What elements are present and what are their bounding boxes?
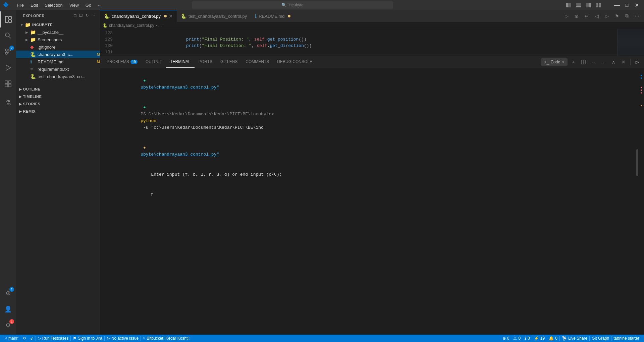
tree-item-pycache[interactable]: ▶ 📁 __pycache__ — [16, 28, 100, 36]
panel-tab-problems[interactable]: PROBLEMS 19 — [103, 56, 142, 68]
tab-readme[interactable]: ℹ README.md — [251, 10, 298, 22]
toggle-panel[interactable] — [574, 1, 583, 9]
tree-root-folder[interactable]: ▼ 📁 INCUBYTE — [16, 21, 100, 28]
status-sync[interactable]: ↻ — [21, 335, 28, 342]
menu-go[interactable]: Go — [83, 2, 94, 8]
tab-test-chandrayaan3[interactable]: 🐍 test_chandrayaan3_control.py — [177, 10, 251, 22]
tab-close-chandrayaan3[interactable]: ✕ — [169, 13, 173, 19]
timeline-section-header[interactable]: ▶ TIMELINE — [16, 93, 100, 100]
run-label: Run Testcases — [42, 336, 69, 341]
terminal-link-1[interactable]: ubyte\chandrayaan3_control.py" — [141, 85, 219, 90]
errors-count: 0 — [507, 336, 509, 341]
warnings-icon: ⚠ — [513, 336, 517, 341]
activity-search[interactable] — [0, 27, 16, 44]
tree-item-screenshots[interactable]: ▶ 📁 Screenshots — [16, 36, 100, 43]
activity-account[interactable]: 👤 — [0, 301, 16, 317]
secondary-sidebar-button[interactable]: ⊳ — [633, 58, 641, 66]
status-errors[interactable]: ⊕ 0 — [500, 335, 512, 342]
status-bitbucket[interactable]: ⑂ Bitbucket: Kedar Koshti: — [141, 335, 192, 342]
terminal-selector[interactable]: >_ Code ▼ — [541, 58, 568, 66]
refresh-icon[interactable]: ↻ — [85, 13, 90, 18]
screenshots-label: Screenshots — [38, 37, 100, 42]
kill-terminal-button[interactable] — [589, 58, 598, 66]
status-bell[interactable]: 🔔 0 — [547, 335, 559, 342]
activity-explorer[interactable] — [0, 11, 16, 27]
menu-edit[interactable]: Edit — [28, 2, 41, 8]
timeline-nav-prev[interactable]: ◁ — [592, 12, 601, 20]
status-branch[interactable]: ⑂ main* — [3, 335, 21, 342]
dot-green-1: ● — [141, 78, 148, 83]
git-history-button[interactable]: ↩ — [582, 12, 591, 20]
remix-section-header[interactable]: ▶ REMIX — [16, 108, 100, 115]
status-live-share[interactable]: 📡 Live Share — [560, 335, 589, 342]
terminal-scrollbar[interactable] — [635, 68, 639, 204]
search-bar[interactable]: 🔍 incubyte — [192, 1, 393, 9]
tree-item-chandrayaan3-control[interactable]: ▶ 🐍 chandrayaan3_c... M — [16, 51, 100, 58]
status-sign-in-jira[interactable]: ⚑ Sign in to Jira — [71, 335, 104, 342]
split-editor-button[interactable]: ⧉ — [623, 12, 631, 20]
activity-flask[interactable]: ⚗ — [0, 95, 16, 111]
menu-file[interactable]: File — [14, 2, 26, 8]
line-content-131[interactable]: You, 1 hour ago • ▶ getters & setters wo… — [117, 49, 617, 55]
jupyter-button[interactable]: ⊛ — [572, 12, 581, 20]
stories-section-header[interactable]: ▶ STORIES — [16, 100, 100, 108]
more-actions-button[interactable]: ⋯ — [633, 12, 641, 20]
status-warnings[interactable]: ⚠ 0 — [511, 335, 523, 342]
status-no-active-issue[interactable]: ⊳ No active issue — [105, 335, 141, 342]
status-info[interactable]: ℹ 0 — [523, 335, 532, 342]
close-button[interactable]: ✕ — [633, 1, 641, 9]
activity-settings[interactable]: ⚙ 1 — [0, 317, 16, 333]
info-icon: ℹ — [525, 336, 526, 341]
line-content-130[interactable] — [117, 43, 617, 49]
timeline-nav-next[interactable]: ▷ — [602, 12, 611, 20]
maximize-panel-button[interactable]: ∧ — [609, 58, 618, 66]
outline-section-header[interactable]: ▶ OUTLINE — [16, 86, 100, 93]
line-content-128[interactable]: print("Final Position: ", self.get_posit… — [117, 30, 617, 36]
tree-item-test-chandrayaan3[interactable]: ▶ 🐍 test_chandrayaan3_co... — [16, 73, 100, 80]
breadcrumb-more[interactable]: ... — [158, 23, 162, 28]
tab-chandrayaan3-control[interactable]: 🐍 chandrayaan3_control.py ✕ — [100, 10, 177, 22]
new-file-icon[interactable]: ◻ — [73, 13, 77, 18]
close-panel-button[interactable]: ✕ — [619, 58, 628, 66]
activity-run[interactable] — [0, 60, 16, 76]
activity-source-control[interactable]: 2 — [0, 44, 16, 60]
panel-tab-gitlens[interactable]: GITLENS — [216, 56, 241, 68]
toggle-primary-sidebar[interactable] — [564, 1, 573, 9]
terminal-link-3[interactable]: ubyte\chandrayaan3_control.py" — [141, 152, 219, 157]
tree-item-readme[interactable]: ▶ ℹ README.md M — [16, 58, 100, 65]
panel-tab-output[interactable]: OUTPUT — [142, 56, 166, 68]
panel-tab-comments[interactable]: COMMENTS — [241, 56, 273, 68]
status-right-items: ⊕ 0 ⚠ 0 ℹ 0 ⚡ 19 🔔 0 📡 Live Share Git Gr… — [500, 335, 641, 342]
add-terminal-button[interactable]: + — [569, 58, 578, 66]
new-folder-icon[interactable]: ❐ — [78, 13, 84, 18]
panel-tab-terminal[interactable]: TERMINAL — [166, 56, 195, 68]
activity-extensions[interactable] — [0, 76, 16, 92]
status-run-testcases[interactable]: ▷ Run Testcases — [36, 335, 71, 342]
menu-selection[interactable]: Selection — [42, 2, 65, 8]
run-file-button[interactable]: ▷ — [562, 12, 571, 20]
status-git-graph[interactable]: Git Graph — [590, 335, 611, 342]
activity-remote[interactable]: ⊕ 2 — [0, 285, 16, 301]
split-terminal-button[interactable] — [579, 58, 588, 66]
line-content-129[interactable]: print("Final Direction: ", self.get_dire… — [117, 36, 617, 43]
status-fetch[interactable]: ↙ — [28, 335, 36, 342]
customize-layout[interactable] — [594, 1, 603, 9]
panel-area: PROBLEMS 19 OUTPUT TERMINAL PORTS GITLEN… — [100, 56, 644, 204]
panel-tab-debug-console[interactable]: DEBUG CONSOLE — [273, 56, 316, 68]
open-changes-button[interactable]: ⚑ — [612, 12, 621, 20]
menu-more[interactable]: ··· — [95, 2, 104, 8]
status-tabnine[interactable]: tabnine starter — [611, 335, 641, 342]
minimize-button[interactable]: — — [612, 1, 621, 9]
terminal-scrollbar-thumb[interactable] — [636, 149, 638, 176]
status-lightning[interactable]: ⚡ 19 — [532, 335, 547, 342]
more-panel-button[interactable]: ⋯ — [599, 58, 608, 66]
breadcrumb-file[interactable]: chandrayaan3_control.py — [109, 23, 154, 28]
panel-tab-ports[interactable]: PORTS — [195, 56, 216, 68]
menu-view[interactable]: View — [67, 2, 82, 8]
terminal-content[interactable]: ● ubyte\chandrayaan3_control.py" ● PS C:… — [100, 68, 635, 204]
tree-item-requirements[interactable]: ▶ ≡ requirements.txt — [16, 65, 100, 73]
toggle-secondary-sidebar[interactable] — [584, 1, 593, 9]
maximize-button[interactable]: □ — [623, 1, 631, 9]
tree-item-gitignore[interactable]: ▶ ◆ .gitignore — [16, 43, 100, 51]
collapse-all-icon[interactable]: ⋯ — [91, 13, 96, 18]
